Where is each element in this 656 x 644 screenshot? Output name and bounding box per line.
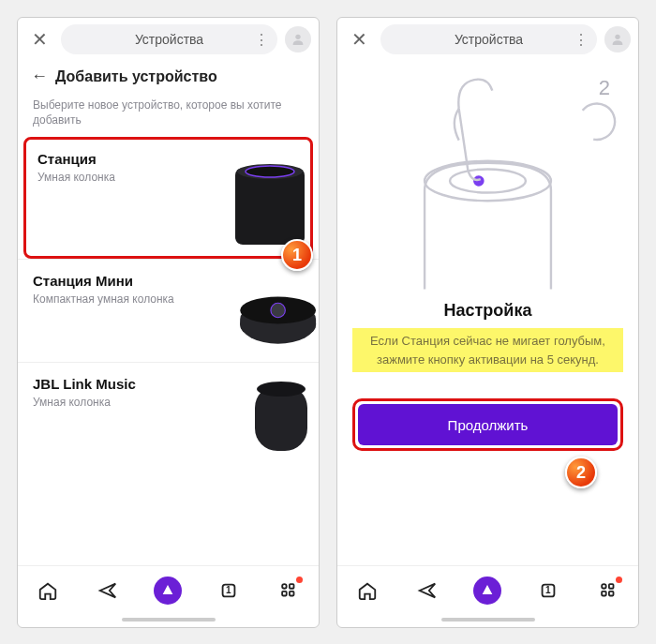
device-list: Станция Умная колонка Станция Мини Компа…: [18, 137, 319, 565]
nav-tabs-icon[interactable]: 1: [215, 577, 243, 605]
svg-point-13: [282, 584, 287, 589]
header-title: Устройства: [455, 32, 523, 47]
hint-text: Выберите новое устройство, которое вы хо…: [18, 90, 319, 137]
topbar: ✕ Устройства ⋮: [337, 18, 638, 61]
bottom-nav: 1: [18, 565, 319, 614]
nav-services-icon[interactable]: [594, 577, 622, 605]
phone-right: ✕ Устройства ⋮ 2 Настрой: [336, 17, 639, 628]
setup-illustration: 2: [352, 68, 623, 293]
more-icon[interactable]: ⋮: [254, 31, 268, 49]
svg-rect-16: [290, 591, 294, 595]
svg-point-22: [602, 584, 606, 589]
bottom-nav: 1: [337, 565, 638, 614]
svg-point-19: [450, 169, 526, 192]
step-badge-1: 1: [281, 239, 313, 271]
nav-alice-icon[interactable]: [154, 577, 182, 605]
tab-count: 1: [545, 585, 551, 595]
svg-rect-15: [282, 591, 287, 595]
topbar: ✕ Устройства ⋮: [18, 18, 319, 61]
page-title: Добавить устройство: [55, 68, 217, 85]
device-image: [219, 376, 319, 451]
home-indicator: [441, 618, 535, 622]
more-icon[interactable]: ⋮: [574, 31, 588, 49]
svg-point-17: [615, 35, 619, 39]
nav-services-icon[interactable]: [275, 577, 303, 605]
header-title: Устройства: [135, 32, 203, 47]
device-name: Станция Мини: [33, 273, 212, 289]
avatar[interactable]: [604, 26, 631, 52]
svg-point-11: [257, 382, 306, 397]
device-card-jbl[interactable]: JBL Link Music Умная колонка: [18, 362, 319, 465]
nav-home-icon[interactable]: [34, 577, 62, 605]
setup-title: Настройка: [444, 301, 532, 321]
device-card-station-mini[interactable]: Станция Мини Компактная умная колонка 1: [18, 259, 319, 362]
header-pill[interactable]: Устройства ⋮: [61, 24, 277, 54]
close-icon[interactable]: ✕: [345, 25, 373, 53]
svg-point-0: [295, 35, 300, 39]
svg-point-20: [473, 175, 485, 187]
tab-count: 1: [226, 585, 231, 595]
svg-rect-25: [609, 591, 614, 595]
nav-home-icon[interactable]: [353, 577, 381, 605]
cta-highlight: Продолжить: [352, 398, 623, 451]
setup-area: 2 Настройка Если Станция сейчас не мигае…: [337, 61, 638, 565]
device-name: JBL Link Music: [33, 376, 212, 392]
avatar[interactable]: [285, 26, 311, 52]
nav-send-icon[interactable]: [94, 577, 122, 605]
nav-alice-icon[interactable]: [473, 577, 501, 605]
svg-rect-24: [602, 591, 606, 595]
device-image: [211, 151, 310, 245]
home-indicator: [122, 618, 216, 622]
device-sub: Умная колонка: [33, 396, 212, 409]
nav-tabs-icon[interactable]: 1: [534, 577, 562, 605]
svg-rect-1: [235, 168, 305, 245]
svg-point-18: [425, 161, 551, 201]
device-image: [219, 273, 319, 348]
close-icon[interactable]: ✕: [25, 25, 53, 53]
device-sub: Умная колонка: [37, 171, 203, 184]
phone-left: ✕ Устройства ⋮ ← Добавить устройство Выб…: [17, 17, 320, 628]
step-badge-2: 2: [565, 457, 597, 488]
step-number: 2: [599, 76, 610, 100]
setup-text: Если Станция сейчас не мигает голубым, з…: [352, 328, 623, 372]
continue-button[interactable]: Продолжить: [358, 404, 618, 445]
device-card-station[interactable]: Станция Умная колонка: [23, 137, 313, 259]
header-pill[interactable]: Устройства ⋮: [380, 24, 597, 54]
svg-rect-14: [290, 584, 294, 589]
nav-send-icon[interactable]: [413, 577, 441, 605]
back-icon[interactable]: ←: [31, 67, 48, 86]
svg-rect-23: [609, 584, 614, 589]
device-name: Станция: [37, 151, 203, 167]
device-sub: Компактная умная колонка: [33, 292, 212, 306]
back-row: ← Добавить устройство: [18, 61, 319, 90]
